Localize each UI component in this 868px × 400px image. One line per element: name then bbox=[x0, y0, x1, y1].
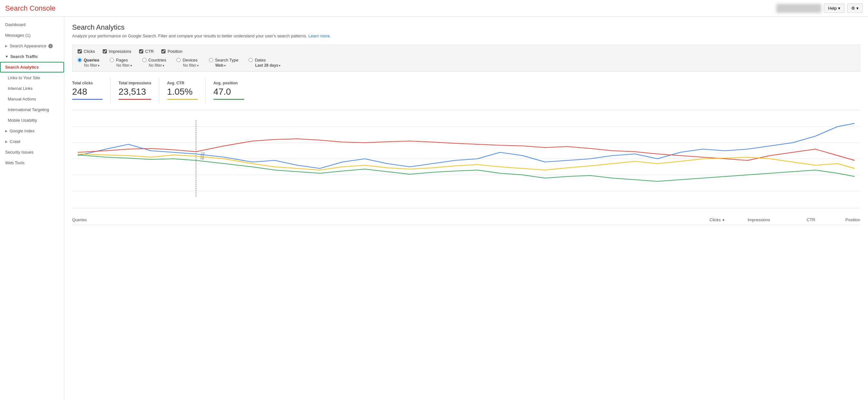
learn-more-link[interactable]: Learn more. bbox=[308, 33, 331, 38]
radio-pages-label[interactable]: Pages bbox=[110, 58, 132, 62]
chevron-right-icon: ▶ bbox=[5, 140, 8, 143]
sidebar-item-search-analytics[interactable]: Search Analytics bbox=[0, 62, 64, 72]
checkbox-row: Clicks Impressions CTR Position bbox=[78, 49, 855, 54]
main-layout: Dashboard Messages (1) ▶ Search Appearan… bbox=[0, 17, 868, 400]
table-col-impressions[interactable]: Impressions bbox=[725, 217, 770, 222]
sidebar-item-dashboard[interactable]: Dashboard bbox=[0, 19, 64, 30]
table-col-ctr[interactable]: CTR bbox=[770, 217, 815, 222]
chevron-down-icon: ▾ bbox=[857, 6, 859, 11]
stat-ctr-bar bbox=[167, 99, 198, 100]
search-type-filter[interactable]: Web ▾ bbox=[209, 63, 239, 68]
sidebar-item-security-issues[interactable]: Security Issues bbox=[0, 147, 64, 157]
stat-total-impressions: Total impressions 23,513 bbox=[119, 77, 159, 104]
stat-avg-ctr: Avg. CTR 1.05% bbox=[167, 77, 206, 104]
radio-queries[interactable] bbox=[78, 58, 82, 62]
table-col-position[interactable]: Position bbox=[815, 217, 860, 222]
settings-button[interactable]: ⚙ ▾ bbox=[847, 4, 863, 13]
stat-total-clicks: Total clicks 248 bbox=[72, 77, 111, 104]
radio-queries-label[interactable]: Queries bbox=[78, 58, 99, 62]
main-content: Search Analytics Analyze your performanc… bbox=[64, 17, 868, 400]
chart-area: Note bbox=[72, 110, 860, 208]
sidebar-item-search-appearance[interactable]: ▶ Search Appearance i bbox=[0, 40, 64, 51]
chevron-down-icon: ▾ bbox=[197, 64, 199, 67]
countries-filter[interactable]: No filter ▾ bbox=[142, 63, 166, 68]
sidebar-item-crawl[interactable]: ▶ Crawl bbox=[0, 136, 64, 147]
account-selector[interactable] bbox=[776, 4, 821, 13]
checkbox-ctr[interactable]: CTR bbox=[139, 49, 154, 54]
chevron-down-icon: ▾ bbox=[838, 6, 840, 11]
chevron-down-icon: ▾ bbox=[163, 64, 164, 67]
help-button[interactable]: Help ▾ bbox=[824, 4, 844, 13]
radio-row: Queries No filter ▾ Pages No filter bbox=[78, 58, 855, 68]
radio-dates[interactable] bbox=[249, 58, 253, 62]
radio-devices[interactable] bbox=[177, 58, 181, 62]
radio-search-type-label[interactable]: Search Type bbox=[209, 58, 239, 62]
radio-item-countries: Countries No filter ▾ bbox=[142, 58, 166, 68]
radio-pages[interactable] bbox=[110, 58, 114, 62]
sidebar-item-mobile-usability[interactable]: Mobile Usability bbox=[0, 115, 64, 126]
chevron-down-icon: ▾ bbox=[224, 64, 226, 67]
gear-icon: ⚙ bbox=[851, 6, 855, 11]
stat-avg-position: Avg. position 47.0 bbox=[213, 77, 252, 104]
sort-icon: ▼ bbox=[722, 218, 725, 222]
sidebar-item-international-targeting[interactable]: International Targeting bbox=[0, 104, 64, 115]
devices-filter[interactable]: No filter ▾ bbox=[177, 63, 198, 68]
chevron-down-icon: ▾ bbox=[130, 64, 132, 67]
stat-clicks-bar bbox=[72, 99, 103, 100]
sidebar-item-google-index[interactable]: ▶ Google Index bbox=[0, 126, 64, 136]
radio-item-queries: Queries No filter ▾ bbox=[78, 58, 99, 68]
header-actions: Help ▾ ⚙ ▾ bbox=[776, 4, 863, 13]
radio-countries[interactable] bbox=[142, 58, 147, 62]
header: Search Console Help ▾ ⚙ ▾ bbox=[0, 0, 868, 17]
table-col-queries[interactable]: Queries bbox=[72, 217, 680, 222]
stat-position-label: Avg. position bbox=[213, 81, 244, 85]
sidebar-item-web-tools[interactable]: Web Tools bbox=[0, 157, 64, 168]
svg-text:Note: Note bbox=[199, 152, 206, 160]
radio-countries-label[interactable]: Countries bbox=[142, 58, 166, 62]
stat-ctr-value: 1.05% bbox=[167, 87, 198, 97]
dates-filter[interactable]: Last 28 days ▾ bbox=[249, 63, 280, 68]
filter-bar: Clicks Impressions CTR Position bbox=[72, 45, 860, 72]
page-description: Analyze your performance on Google Searc… bbox=[72, 33, 860, 38]
queries-filter[interactable]: No filter ▾ bbox=[78, 63, 99, 68]
radio-dates-label[interactable]: Dates bbox=[249, 58, 280, 62]
sidebar-item-internal-links[interactable]: Internal Links bbox=[0, 83, 64, 94]
table-header: Queries Clicks ▼ Impressions CTR Positio… bbox=[72, 215, 860, 225]
stat-impressions-label: Total impressions bbox=[119, 81, 151, 85]
sidebar: Dashboard Messages (1) ▶ Search Appearan… bbox=[0, 17, 64, 400]
line-chart: Note bbox=[72, 114, 860, 204]
stat-ctr-label: Avg. CTR bbox=[167, 81, 198, 85]
chevron-down-icon: ▼ bbox=[5, 55, 8, 58]
chevron-down-icon: ▾ bbox=[279, 64, 280, 67]
sidebar-item-messages[interactable]: Messages (1) bbox=[0, 30, 64, 40]
checkbox-clicks[interactable]: Clicks bbox=[78, 49, 95, 54]
checkbox-impressions[interactable]: Impressions bbox=[103, 49, 131, 54]
radio-item-pages: Pages No filter ▾ bbox=[110, 58, 132, 68]
stats-row: Total clicks 248 Total impressions 23,51… bbox=[72, 77, 860, 104]
chevron-right-icon: ▶ bbox=[5, 129, 8, 133]
stat-position-value: 47.0 bbox=[213, 87, 244, 97]
checkbox-position[interactable]: Position bbox=[161, 49, 182, 54]
radio-item-devices: Devices No filter ▾ bbox=[177, 58, 198, 68]
radio-item-search-type: Search Type Web ▾ bbox=[209, 58, 239, 68]
radio-devices-label[interactable]: Devices bbox=[177, 58, 198, 62]
stat-clicks-label: Total clicks bbox=[72, 81, 103, 85]
stat-impressions-bar bbox=[119, 99, 151, 100]
pages-filter[interactable]: No filter ▾ bbox=[110, 63, 132, 68]
radio-item-dates: Dates Last 28 days ▾ bbox=[249, 58, 280, 68]
radio-search-type[interactable] bbox=[209, 58, 213, 62]
stat-clicks-value: 248 bbox=[72, 87, 103, 97]
chevron-right-icon: ▶ bbox=[5, 44, 8, 48]
page-title: Search Analytics bbox=[72, 23, 860, 32]
chevron-down-icon: ▾ bbox=[98, 64, 99, 67]
stat-position-bar bbox=[213, 99, 244, 100]
stat-impressions-value: 23,513 bbox=[119, 87, 151, 97]
info-icon: i bbox=[48, 44, 53, 48]
app-title: Search Console bbox=[5, 4, 56, 12]
sidebar-item-links-to-site[interactable]: Links to Your Site bbox=[0, 72, 64, 83]
table-col-clicks[interactable]: Clicks ▼ bbox=[680, 217, 725, 222]
sidebar-item-search-traffic[interactable]: ▼ Search Traffic bbox=[0, 51, 64, 62]
sidebar-item-manual-actions[interactable]: Manual Actions bbox=[0, 94, 64, 104]
